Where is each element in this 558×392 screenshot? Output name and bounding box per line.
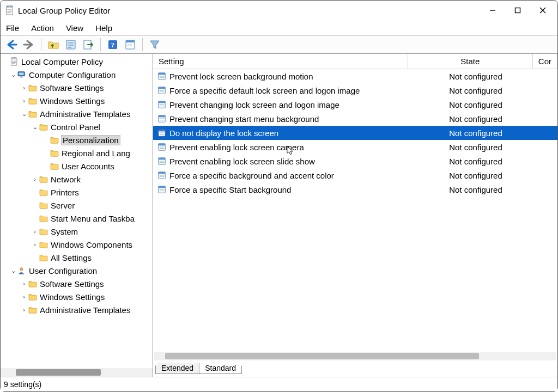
folder-icon (39, 226, 48, 236)
tree-cc-windows[interactable]: › Windows Settings (1, 94, 153, 107)
tree-control-panel[interactable]: ⌄ Control Panel (1, 120, 153, 133)
col-header-setting[interactable]: Setting (153, 54, 408, 69)
folder-icon (39, 174, 48, 184)
tree-network[interactable]: › Network (1, 173, 153, 186)
properties-button[interactable] (63, 37, 78, 52)
menu-file[interactable]: File (5, 22, 20, 34)
export-list-button[interactable] (81, 37, 96, 52)
list-cell-state: Not configured (413, 143, 539, 152)
list-cell-setting: Prevent enabling lock screen camera (168, 143, 413, 152)
list-cell-state: Not configured (413, 171, 539, 180)
list-row[interactable]: Prevent enabling lock screen cameraNot c… (153, 140, 557, 154)
policy-item-icon (155, 128, 168, 137)
tree-server[interactable]: ▸ Server (1, 199, 153, 212)
tree-uc-windows[interactable]: › Windows Settings (1, 290, 153, 303)
tree-computer-configuration[interactable]: ⌄ Computer Configuration (1, 68, 153, 81)
col-header-state[interactable]: State (408, 54, 533, 69)
list-cell-setting: Prevent changing lock screen and logon i… (168, 100, 413, 109)
tree-uc-admin-templates[interactable]: › Administrative Templates (1, 303, 153, 316)
menu-action[interactable]: Action (30, 22, 55, 34)
tree-label: System (51, 227, 78, 236)
menu-view[interactable]: View (65, 22, 84, 34)
folder-icon (39, 200, 48, 210)
tree-label: User Accounts (62, 162, 114, 171)
tree-root[interactable]: ▸ Local Computer Policy (1, 55, 153, 68)
forward-button[interactable] (21, 37, 37, 52)
list-row[interactable]: Prevent changing start menu backgroundNo… (153, 112, 557, 126)
list-row[interactable]: Force a specific default lock screen and… (153, 83, 557, 97)
list-cell-setting: Prevent enabling lock screen slide show (168, 157, 413, 166)
tree-printers[interactable]: ▸ Printers (1, 186, 153, 199)
tree-label: Control Panel (51, 122, 100, 132)
tree-label: Server (51, 201, 75, 210)
tree-cc-software[interactable]: › Software Settings (1, 81, 153, 94)
tree-user-configuration[interactable]: ⌄ User Configuration (1, 264, 153, 277)
svg-rect-33 (515, 8, 520, 13)
list-row[interactable]: Prevent lock screen background motionNot… (153, 69, 557, 83)
tree-all-settings[interactable]: ▸ All Settings (1, 251, 153, 264)
tab-standard[interactable]: Standard (199, 363, 242, 374)
list-cell-state: Not configured (413, 185, 539, 194)
list-cell-state: Not configured (413, 100, 539, 109)
folder-icon (39, 253, 48, 262)
tree-label: Windows Components (51, 240, 132, 249)
list-cell-state: Not configured (413, 157, 539, 166)
list-cell-setting: Prevent lock screen background motion (168, 72, 413, 81)
tree-label: Local Computer Policy (21, 57, 103, 66)
list-header: Setting State Cor (153, 54, 557, 69)
folder-icon (50, 161, 59, 171)
tree-pane: ▸ Local Computer Policy ⌄ Computer Confi… (1, 54, 153, 377)
tree-start-menu[interactable]: ▸ Start Menu and Taskba (1, 212, 153, 225)
up-level-button[interactable] (46, 37, 61, 52)
tree-label: Windows Settings (40, 292, 105, 302)
list-cell-setting: Force a specific Start background (168, 185, 413, 194)
tree-label: Regional and Lang (62, 149, 130, 158)
col-header-comment[interactable]: Cor (533, 54, 557, 69)
menu-help[interactable]: Help (94, 22, 113, 34)
tree-label: Printers (51, 188, 79, 197)
tree-label: Software Settings (40, 279, 104, 289)
tree-label: All Settings (51, 253, 92, 262)
tree-h-scrollbar[interactable] (1, 368, 153, 377)
list-row[interactable]: Prevent enabling lock screen slide showN… (153, 154, 557, 168)
folder-icon (28, 109, 38, 119)
tree-personalization[interactable]: ▸ Personalization (1, 133, 153, 146)
tree-label: Administrative Templates (40, 109, 130, 119)
app-icon (5, 5, 15, 16)
menu-bar: File Action View Help (1, 20, 557, 35)
close-button[interactable] (530, 2, 555, 19)
policy-item-icon (155, 72, 168, 81)
folder-icon (28, 96, 38, 106)
list-row[interactable]: Do not display the lock screenNot config… (153, 126, 557, 140)
tree-user-accounts[interactable]: ▸ User Accounts (1, 160, 153, 173)
list-row[interactable]: Prevent changing lock screen and logon i… (153, 97, 557, 112)
tree-uc-software[interactable]: › Software Settings (1, 277, 153, 290)
list-row[interactable]: Force a specific Start backgroundNot con… (153, 182, 557, 197)
list-pane: Setting State Cor Prevent lock screen ba… (153, 54, 557, 377)
tree-label: Windows Settings (40, 96, 105, 106)
tree-regional-lang[interactable]: ▸ Regional and Lang (1, 146, 153, 160)
folder-icon (50, 148, 59, 158)
filter-button[interactable] (147, 37, 162, 52)
tree-system[interactable]: › System (1, 225, 153, 238)
status-text: 9 setting(s) (4, 380, 41, 389)
back-button[interactable] (4, 37, 19, 52)
tree-label: Personalization (62, 136, 120, 145)
policy-item-icon (155, 143, 168, 151)
maximize-button[interactable] (505, 2, 530, 19)
tree-cc-admin-templates[interactable]: ⌄ Administrative Templates (1, 107, 153, 120)
folder-icon (28, 292, 38, 302)
show-hide-button[interactable] (123, 37, 138, 52)
help-button[interactable] (105, 37, 120, 52)
minimize-button[interactable] (480, 2, 505, 19)
tab-extended[interactable]: Extended (155, 363, 199, 374)
toolbar (1, 35, 557, 54)
list-row[interactable]: Force a specific background and accent c… (153, 168, 557, 182)
list-h-scrollbar[interactable] (154, 352, 556, 360)
folder-icon (50, 135, 59, 145)
list-cell-state: Not configured (413, 128, 539, 138)
folder-icon (39, 122, 48, 132)
tree-win-components[interactable]: › Windows Components (1, 238, 153, 251)
list-cell-setting: Force a specific default lock screen and… (168, 86, 413, 95)
folder-icon (28, 279, 38, 289)
